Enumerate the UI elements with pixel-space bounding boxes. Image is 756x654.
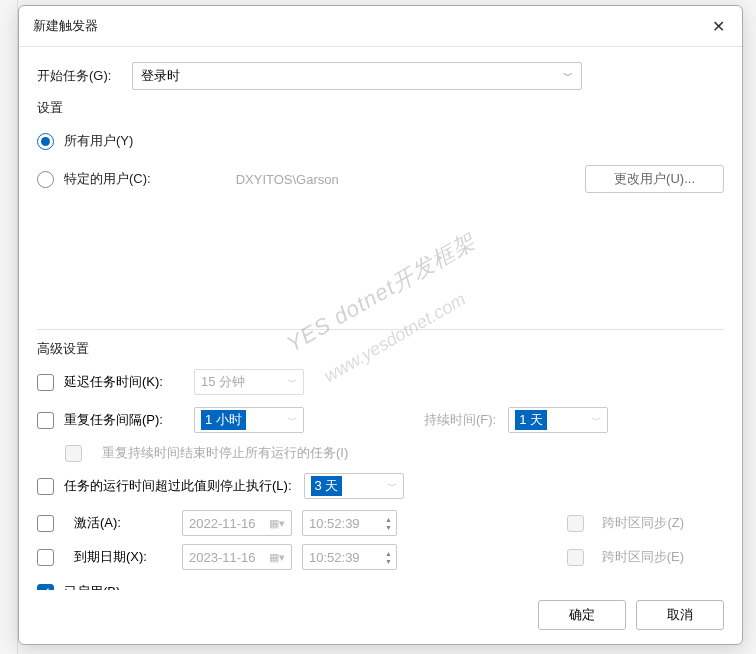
activate-label: 激活(A): xyxy=(74,514,172,532)
dialog-title: 新建触发器 xyxy=(33,17,98,35)
duration-label: 持续时间(F): xyxy=(424,411,496,429)
specific-user-radio[interactable] xyxy=(37,171,54,188)
delay-task-row: 延迟任务时间(K): 15 分钟 ﹀ xyxy=(37,368,724,396)
all-users-radio-row[interactable]: 所有用户(Y) xyxy=(37,127,724,155)
expire-time-input[interactable]: 10:52:39 ▲▼ xyxy=(302,544,397,570)
dialog-footer: 确定 取消 xyxy=(19,590,742,644)
stop-at-duration-end-row: 重复持续时间结束时停止所有运行的任务(I) xyxy=(65,444,724,462)
calendar-icon: ▦▾ xyxy=(269,551,285,564)
stop-if-longer-checkbox[interactable] xyxy=(37,478,54,495)
new-trigger-dialog: 新建触发器 ✕ 开始任务(G): 登录时 ﹀ 设置 所有用户(Y) 特定的用户(… xyxy=(18,5,743,645)
chevron-down-icon: ﹀ xyxy=(288,414,297,427)
repeat-task-row: 重复任务间隔(P): 1 小时 ﹀ 持续时间(F): 1 天 ﹀ xyxy=(37,406,724,434)
stop-if-longer-value: 3 天 xyxy=(311,476,343,496)
dialog-content: 开始任务(G): 登录时 ﹀ 设置 所有用户(Y) 特定的用户(C): DXYI… xyxy=(19,47,742,590)
expire-date-value: 2023-11-16 xyxy=(189,550,256,565)
expire-date-input[interactable]: 2023-11-16 ▦▾ xyxy=(182,544,292,570)
tz-sync-1-checkbox xyxy=(567,515,584,532)
stop-at-duration-end-label: 重复持续时间结束时停止所有运行的任务(I) xyxy=(102,444,348,462)
repeat-interval-value: 1 小时 xyxy=(201,410,246,430)
delay-task-select[interactable]: 15 分钟 ﹀ xyxy=(194,369,304,395)
chevron-down-icon: ﹀ xyxy=(388,480,397,493)
duration-select[interactable]: 1 天 ﹀ xyxy=(508,407,608,433)
start-task-label: 开始任务(G): xyxy=(37,67,132,85)
chevron-down-icon: ﹀ xyxy=(288,376,297,389)
activate-checkbox[interactable] xyxy=(37,515,54,532)
activate-time-input[interactable]: 10:52:39 ▲▼ xyxy=(302,510,397,536)
stop-at-duration-end-checkbox xyxy=(65,445,82,462)
delay-task-value: 15 分钟 xyxy=(201,373,251,391)
advanced-section-title: 高级设置 xyxy=(37,340,724,358)
time-spinner[interactable]: ▲▼ xyxy=(385,516,392,531)
chevron-down-icon: ﹀ xyxy=(592,414,601,427)
specific-user-value: DXYITOS\Garson xyxy=(236,172,339,187)
background-stub xyxy=(0,0,18,654)
settings-section-title: 设置 xyxy=(37,99,724,117)
close-button[interactable]: ✕ xyxy=(704,14,732,38)
duration-value: 1 天 xyxy=(515,410,547,430)
ok-button[interactable]: 确定 xyxy=(538,600,626,630)
enabled-label: 已启用(B) xyxy=(64,583,120,590)
activate-time-value: 10:52:39 xyxy=(309,516,360,531)
expire-label: 到期日期(X): xyxy=(74,548,172,566)
repeat-interval-select[interactable]: 1 小时 ﹀ xyxy=(194,407,304,433)
delay-task-checkbox[interactable] xyxy=(37,374,54,391)
activate-date-input[interactable]: 2022-11-16 ▦▾ xyxy=(182,510,292,536)
title-bar: 新建触发器 ✕ xyxy=(19,6,742,47)
cancel-button[interactable]: 取消 xyxy=(636,600,724,630)
specific-user-label: 特定的用户(C): xyxy=(64,170,151,188)
activate-row: 激活(A): 2022-11-16 ▦▾ 10:52:39 ▲▼ 跨时区同步(Z… xyxy=(37,510,724,536)
stop-if-longer-select[interactable]: 3 天 ﹀ xyxy=(304,473,404,499)
expire-time-value: 10:52:39 xyxy=(309,550,360,565)
expire-row: 到期日期(X): 2023-11-16 ▦▾ 10:52:39 ▲▼ 跨时区同步… xyxy=(37,544,724,570)
tz-sync-2-checkbox xyxy=(567,549,584,566)
change-user-button[interactable]: 更改用户(U)... xyxy=(585,165,724,193)
chevron-down-icon: ﹀ xyxy=(563,69,573,83)
delay-task-label: 延迟任务时间(K): xyxy=(64,373,182,391)
start-task-value: 登录时 xyxy=(141,67,180,85)
calendar-icon: ▦▾ xyxy=(269,517,285,530)
divider xyxy=(37,329,724,330)
repeat-task-label: 重复任务间隔(P): xyxy=(64,411,182,429)
all-users-label: 所有用户(Y) xyxy=(64,132,133,150)
specific-user-radio-row[interactable]: 特定的用户(C): DXYITOS\Garson 更改用户(U)... xyxy=(37,165,724,193)
repeat-task-checkbox[interactable] xyxy=(37,412,54,429)
enabled-row: 已启用(B) xyxy=(37,578,724,590)
time-spinner[interactable]: ▲▼ xyxy=(385,550,392,565)
tz-sync-2-label: 跨时区同步(E) xyxy=(602,548,684,566)
all-users-radio[interactable] xyxy=(37,133,54,150)
spacer xyxy=(37,203,724,323)
expire-checkbox[interactable] xyxy=(37,549,54,566)
stop-if-longer-label: 任务的运行时间超过此值则停止执行(L): xyxy=(64,477,292,495)
start-task-row: 开始任务(G): 登录时 ﹀ xyxy=(37,61,724,91)
close-icon: ✕ xyxy=(712,17,725,36)
tz-sync-1-label: 跨时区同步(Z) xyxy=(602,514,684,532)
activate-date-value: 2022-11-16 xyxy=(189,516,256,531)
stop-if-longer-row: 任务的运行时间超过此值则停止执行(L): 3 天 ﹀ xyxy=(37,472,724,500)
start-task-dropdown[interactable]: 登录时 ﹀ xyxy=(132,62,582,90)
